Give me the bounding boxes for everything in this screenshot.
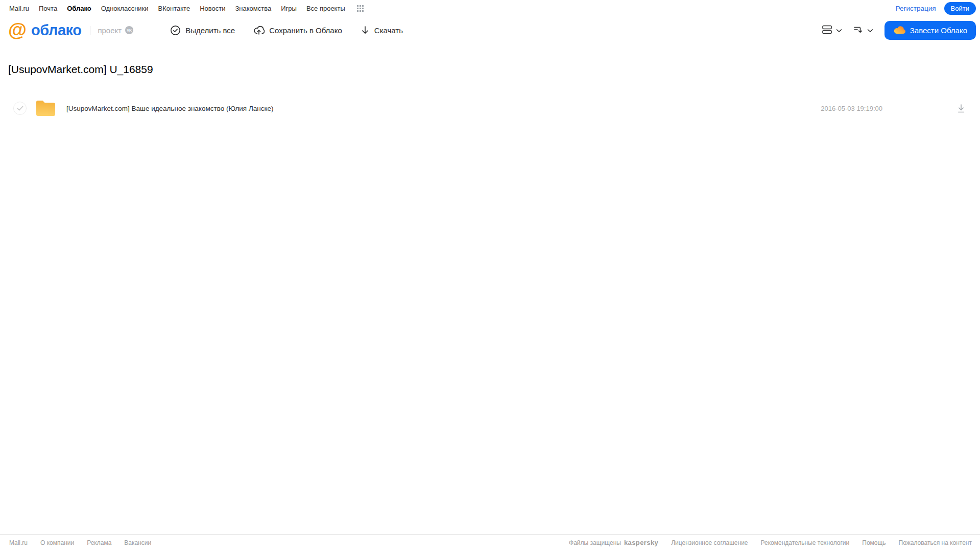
login-button[interactable]: Войти (944, 2, 976, 15)
portal-link-pochta[interactable]: Почта (39, 5, 57, 12)
check-icon (17, 106, 23, 111)
apps-grid-icon[interactable] (357, 5, 364, 12)
sort-icon (853, 25, 864, 36)
footer-left-links: Mail.ru О компании Реклама Вакансии (9, 539, 151, 546)
portal-link-odnoklassniki[interactable]: Одноклассники (101, 5, 149, 12)
project-vk-label: проект VK (90, 26, 133, 35)
logo-text: облако (31, 22, 81, 39)
mailru-at-icon: @ (8, 20, 27, 39)
kaspersky-logo[interactable]: kaspersky (624, 539, 658, 546)
project-label: проект (98, 26, 122, 35)
row-checkbox[interactable] (13, 102, 27, 115)
row-download-button[interactable] (957, 104, 966, 113)
file-name-link[interactable]: [UsupovMarket.com] Ваше идеальное знаком… (66, 105, 274, 112)
save-to-cloud-button[interactable]: Сохранить в Облако (253, 25, 342, 35)
file-row[interactable]: [UsupovMarket.com] Ваше идеальное знаком… (8, 95, 972, 122)
toolbar: Выделить все Сохранить в Облако Скачать (170, 25, 403, 36)
file-date: 2016-05-03 19:19:00 (821, 105, 882, 112)
download-arrow-icon (361, 25, 370, 35)
footer-link-ads[interactable]: Реклама (87, 539, 111, 546)
footer-link-about[interactable]: О компании (40, 539, 74, 546)
footer-link-jobs[interactable]: Вакансии (124, 539, 151, 546)
footer-link-license[interactable]: Лицензионное соглашение (671, 539, 748, 546)
save-to-cloud-label: Сохранить в Облако (269, 26, 342, 35)
header: @ облако проект VK Выделить все (0, 15, 980, 45)
create-cloud-button[interactable]: Завести Облако (885, 21, 976, 40)
portal-link-novosti[interactable]: Новости (200, 5, 225, 12)
chevron-down-icon (867, 27, 873, 34)
header-right-controls: Завести Облако (822, 21, 976, 40)
file-list: [UsupovMarket.com] Ваше идеальное знаком… (8, 95, 972, 122)
cloud-icon (893, 26, 905, 35)
portal-link-vkontakte[interactable]: ВКонтакте (158, 5, 190, 12)
footer-link-mailru[interactable]: Mail.ru (9, 539, 28, 546)
list-view-icon (822, 25, 832, 36)
chevron-down-icon (836, 27, 842, 34)
check-circle-icon (170, 25, 181, 36)
footer-link-help[interactable]: Помощь (862, 539, 886, 546)
kaspersky-protection: Файлы защищены kaspersky (569, 539, 658, 546)
sort-dropdown[interactable] (853, 25, 873, 36)
page-title: [UsupovMarket.com] U_16859 (8, 63, 972, 76)
portal-link-oblako[interactable]: Облако (67, 5, 91, 12)
protected-by-label: Файлы защищены (569, 539, 621, 546)
portal-nav-links: Mail.ru Почта Облако Одноклассники ВКонт… (9, 5, 364, 12)
portal-nav: Mail.ru Почта Облако Одноклассники ВКонт… (0, 0, 980, 15)
download-to-line-icon (957, 104, 966, 113)
footer-link-report[interactable]: Пожаловаться на контент (899, 539, 972, 546)
select-all-label: Выделить все (185, 26, 235, 35)
cloud-logo[interactable]: @ облако проект VK (8, 21, 133, 40)
cloud-upload-icon (253, 25, 265, 35)
portal-link-znakomstva[interactable]: Знакомства (235, 5, 271, 12)
footer-right-links: Файлы защищены kaspersky Лицензионное со… (569, 539, 972, 546)
footer-link-recommendations[interactable]: Рекомендательные технологии (761, 539, 850, 546)
download-label: Скачать (374, 26, 403, 35)
portal-link-igry[interactable]: Игры (281, 5, 297, 12)
main-content: [UsupovMarket.com] U_16859 (0, 45, 980, 534)
footer: Mail.ru О компании Реклама Вакансии Файл… (0, 534, 980, 551)
vk-badge-icon: VK (125, 26, 133, 34)
folder-icon (35, 99, 56, 118)
view-mode-dropdown[interactable] (822, 25, 842, 36)
registration-link[interactable]: Регистрация (896, 5, 936, 12)
create-cloud-label: Завести Облако (910, 26, 967, 35)
select-all-button[interactable]: Выделить все (170, 25, 235, 36)
portal-link-vse-proekty[interactable]: Все проекты (306, 5, 345, 12)
portal-nav-right: Регистрация Войти (896, 2, 976, 15)
download-button[interactable]: Скачать (361, 25, 403, 35)
portal-link-mailru[interactable]: Mail.ru (9, 5, 29, 12)
